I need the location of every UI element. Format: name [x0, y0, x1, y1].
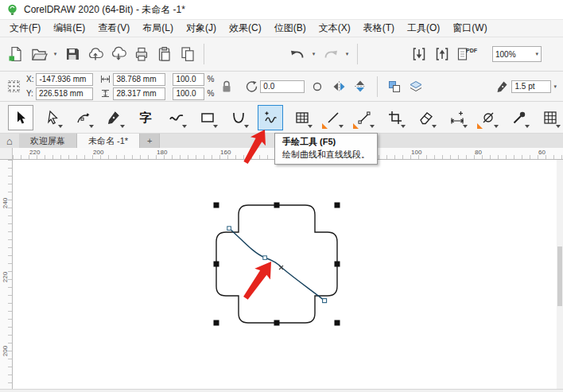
menu-view[interactable]: 查看(V)	[91, 20, 136, 37]
mirror-vertical-button[interactable]	[351, 77, 369, 96]
object-origin-selector[interactable]	[5, 77, 22, 96]
menu-text[interactable]: 文本(X)	[313, 20, 357, 37]
outline-width-select[interactable]: 1.5 pt	[511, 80, 551, 93]
layers-icon	[409, 80, 423, 94]
shape-tool[interactable]	[41, 106, 64, 130]
home-icon: ⌂	[6, 135, 13, 147]
tab-untitled-document[interactable]: 未命名 -1*	[77, 134, 140, 148]
property-separator	[377, 76, 378, 97]
scale-y-unit: %	[207, 89, 214, 98]
ruler-origin-corner[interactable]	[0, 148, 13, 160]
y-position-input[interactable]: 226.518 mm	[36, 87, 93, 100]
cloud-upload-button[interactable]	[84, 43, 106, 66]
object-height-value: 28.317 mm	[116, 89, 156, 98]
zoom-level-select[interactable]: 100% ▾	[492, 46, 542, 62]
menu-tools[interactable]: 工具(O)	[401, 20, 446, 37]
object-height-input[interactable]: 28.317 mm	[113, 87, 165, 100]
menu-edit[interactable]: 编辑(E)	[47, 20, 91, 37]
undo-dropdown[interactable]: ▾	[309, 43, 318, 66]
rotation-icon	[244, 80, 258, 93]
redo-icon	[322, 45, 340, 63]
v-ruler-label: 240	[2, 196, 9, 212]
round-corner-button[interactable]	[309, 77, 326, 96]
menu-object[interactable]: 对象(J)	[180, 20, 223, 37]
print-button[interactable]	[130, 43, 152, 66]
new-document-icon	[7, 45, 25, 63]
open-dropdown[interactable]: ▾	[51, 43, 60, 66]
menu-table[interactable]: 表格(T)	[357, 20, 401, 37]
pick-tool[interactable]	[8, 105, 33, 130]
polyline-tool[interactable]	[352, 106, 376, 130]
y-position-label: Y:	[26, 89, 33, 98]
connector-tool[interactable]	[476, 106, 500, 130]
polyline-tool-icon	[356, 110, 372, 126]
home-button[interactable]: ⌂	[0, 134, 19, 148]
save-button[interactable]	[61, 43, 83, 66]
copy-button[interactable]	[177, 43, 198, 66]
crop-tool[interactable]	[383, 106, 407, 130]
freehand-tool[interactable]	[258, 105, 283, 130]
x-position-input[interactable]: -147.936 mm	[36, 73, 93, 86]
freeform-edit-tool[interactable]	[72, 106, 95, 130]
redo-button[interactable]	[320, 43, 341, 66]
outline-width-value: 1.5 pt	[514, 82, 534, 91]
eyedropper-tool[interactable]	[507, 106, 531, 130]
pdf-label: PDF	[466, 48, 478, 53]
lock-ratio-button[interactable]	[218, 77, 235, 96]
redo-dropdown[interactable]: ▾	[343, 43, 351, 66]
artistic-media-icon	[169, 110, 184, 126]
title-bar: CorelDRAW 2020 (64-Bit) - 未命名 -1*	[0, 0, 563, 20]
tab-welcome-screen[interactable]: 欢迎屏幕	[19, 134, 77, 148]
drawing-canvas[interactable]	[13, 160, 563, 389]
export-button[interactable]	[431, 43, 452, 66]
menu-effects[interactable]: 效果(C)	[223, 20, 268, 37]
new-tab-button[interactable]: +	[140, 134, 160, 148]
zoom-dropdown-caret: ▾	[535, 51, 538, 57]
eraser-tool[interactable]	[414, 106, 438, 130]
menu-bitmaps[interactable]: 位图(B)	[268, 20, 313, 37]
open-button[interactable]	[28, 43, 49, 66]
rotation-angle-value: 0.0	[263, 82, 274, 91]
menu-layout[interactable]: 布局(L)	[136, 20, 180, 37]
layers-button[interactable]	[407, 77, 425, 96]
pen-tool[interactable]	[103, 106, 126, 130]
mirror-horizontal-button[interactable]	[330, 77, 348, 96]
h-ruler-label: 60	[538, 149, 546, 156]
graph-paper-tool[interactable]	[538, 106, 562, 130]
undo-button[interactable]	[286, 43, 308, 66]
object-width-value: 38.768 mm	[116, 75, 156, 83]
table-tool[interactable]	[290, 106, 314, 130]
vertical-scrollbar-thumb[interactable]	[557, 246, 562, 306]
h-ruler-label: 80	[475, 149, 482, 156]
tooltip-title: 手绘工具 (F5)	[282, 136, 370, 148]
artistic-media-tool[interactable]	[165, 106, 188, 130]
menu-file[interactable]: 文件(F)	[3, 20, 47, 37]
new-document-button[interactable]	[5, 43, 26, 66]
rectangle-tool[interactable]	[196, 106, 219, 130]
rotation-angle-input[interactable]: 0.0	[260, 80, 305, 93]
publish-pdf-button[interactable]: PDF	[454, 43, 480, 66]
dimension-tool[interactable]	[445, 106, 469, 130]
scale-y-input[interactable]: 100.0	[173, 87, 204, 100]
text-tool[interactable]: 字	[134, 106, 157, 130]
import-icon	[410, 45, 428, 63]
line-tool[interactable]	[321, 106, 345, 130]
lock-icon	[220, 80, 233, 94]
paste-button[interactable]	[153, 43, 175, 66]
import-button[interactable]	[408, 43, 429, 66]
object-width-input[interactable]: 38.768 mm	[113, 73, 165, 86]
paste-icon	[156, 45, 173, 63]
menu-window[interactable]: 窗口(W)	[446, 20, 493, 37]
cloud-upload-icon	[87, 45, 104, 63]
outline-width-caret[interactable]: ▾	[553, 83, 557, 90]
vertical-scrollbar[interactable]	[557, 160, 563, 389]
align-button[interactable]	[386, 77, 403, 96]
scale-x-unit: %	[207, 75, 214, 83]
scale-x-input[interactable]: 100.0	[173, 73, 204, 86]
cloud-download-button[interactable]	[107, 43, 129, 66]
spiral-tool[interactable]	[227, 106, 250, 130]
work-area: 240220200	[0, 160, 563, 389]
crop-tool-icon	[387, 110, 403, 126]
rectangle-tool-icon	[200, 110, 215, 126]
menu-bar: 文件(F) 编辑(E) 查看(V) 布局(L) 对象(J) 效果(C) 位图(B…	[0, 20, 563, 37]
